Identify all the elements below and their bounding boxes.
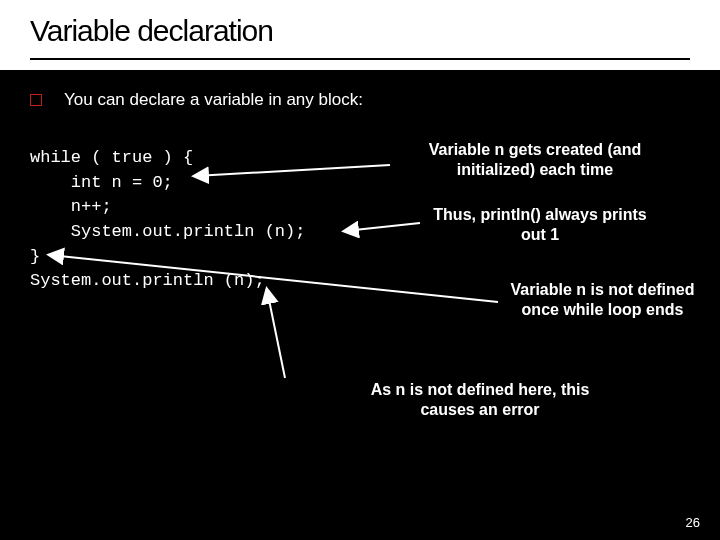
page-number: 26 [686, 515, 700, 530]
annotation-prints1: Thus, println() always prints out 1 [420, 205, 660, 245]
annotation-error: As n is not defined here, this causes an… [365, 380, 595, 420]
code-line-4: System.out.println (n); [30, 222, 305, 241]
code-line-5: } [30, 247, 40, 266]
annotation-not-defined: Variable n is not defined once while loo… [500, 280, 705, 320]
code-line-3: n++; [30, 197, 112, 216]
bullet-item: You can declare a variable in any block: [30, 90, 700, 110]
code-line-6: System.out.println (n); [30, 271, 265, 290]
slide-title: Variable declaration [0, 0, 720, 58]
code-line-1: while ( true ) { [30, 148, 193, 167]
bullet-icon [30, 94, 42, 106]
bullet-text: You can declare a variable in any block: [64, 90, 363, 110]
annotation-created: Variable n gets created (and initialized… [390, 140, 680, 180]
slide-body: You can declare a variable in any block:… [30, 90, 700, 128]
title-underline [30, 58, 690, 60]
code-block: while ( true ) { int n = 0; n++; System.… [30, 146, 305, 294]
svg-line-3 [267, 290, 285, 378]
svg-line-1 [345, 223, 420, 231]
code-line-2: int n = 0; [30, 173, 173, 192]
